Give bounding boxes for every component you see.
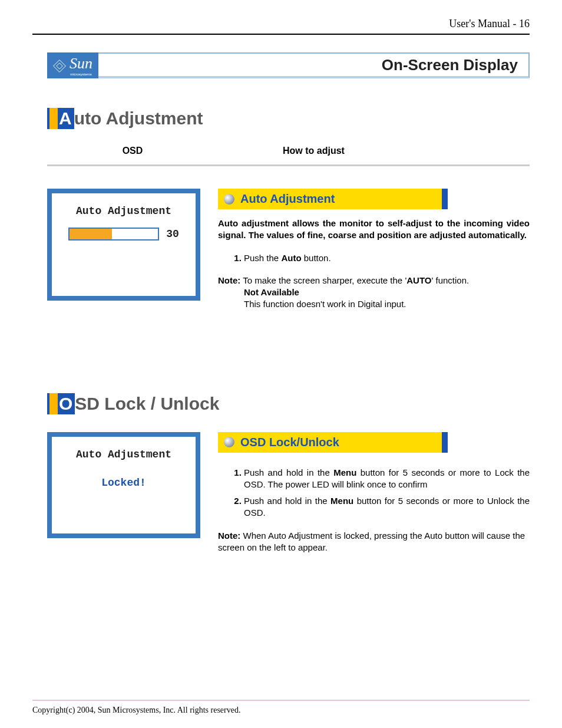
footer-copyright: Copyright(c) 2004, Sun Microsystems, Inc… <box>32 700 530 715</box>
intro-text: Auto adjustment allows the monitor to se… <box>218 218 530 242</box>
note-sub1: Not Available <box>244 286 530 298</box>
bullet-sphere-icon <box>224 437 234 447</box>
step-1: Push the Auto button. <box>244 252 530 264</box>
section-title-auto-adjustment: A uto Adjustment <box>47 108 530 129</box>
svg-rect-0 <box>54 60 66 73</box>
col-how: How to adjust <box>218 146 530 156</box>
title-rest: uto Adjustment <box>74 108 203 129</box>
osd-panel-lock: Auto Adjustment Locked! <box>47 432 200 538</box>
sun-logo-icon <box>53 60 66 73</box>
osd-panel-auto: Auto Adjustment 30 <box>47 189 200 301</box>
section-title-osd-lock: O SD Lock / Unlock <box>47 393 530 414</box>
page-title: On-Screen Display <box>98 52 530 78</box>
title-rest: SD Lock / Unlock <box>75 393 219 414</box>
title-bar-row: Sun microsystems On-Screen Display <box>47 52 530 78</box>
yellow-header-lock: OSD Lock/Unlock <box>218 432 448 453</box>
note-sub2: This function doesn't work in Digital in… <box>244 298 530 310</box>
title-accent-bar <box>47 108 59 129</box>
note-row: Note: To make the screen sharper, execut… <box>218 275 530 286</box>
note-row: Note: When Auto Adjustment is locked, pr… <box>218 530 530 554</box>
yellow-title-text: Auto Adjustment <box>240 191 335 207</box>
progress-fill <box>70 229 112 239</box>
page-header: User's Manual - 16 <box>32 18 530 35</box>
osd-panel-title: Auto Adjustment <box>59 449 189 460</box>
yellow-header-auto: Auto Adjustment <box>218 189 448 209</box>
svg-rect-1 <box>57 63 62 69</box>
col-osd: OSD <box>47 146 218 156</box>
progress-bar <box>68 228 159 241</box>
step-2: Push and hold in the Menu button for 5 s… <box>244 495 530 519</box>
osd-panel-title: Auto Adjustment <box>59 205 189 217</box>
title-first-letter: O <box>58 393 75 414</box>
steps-list: Push and hold in the Menu button for 5 s… <box>218 467 530 519</box>
progress-value: 30 <box>166 228 179 240</box>
title-accent-bar <box>47 393 59 414</box>
bullet-sphere-icon <box>224 194 234 205</box>
brand-logo-box: Sun microsystems <box>47 52 98 78</box>
steps-list: Push the Auto button. <box>218 252 530 264</box>
title-first-letter: A <box>58 108 74 129</box>
locked-text: Locked! <box>59 477 189 489</box>
brand-name: Sun <box>70 56 92 71</box>
step-1: Push and hold in the Menu button for 5 s… <box>244 467 530 491</box>
note-label: Note: <box>218 275 240 285</box>
note-label: Note: <box>218 531 240 541</box>
brand-sub: microsystems <box>70 73 92 76</box>
column-headers: OSD How to adjust <box>47 146 530 166</box>
yellow-title-text: OSD Lock/Unlock <box>240 434 339 450</box>
